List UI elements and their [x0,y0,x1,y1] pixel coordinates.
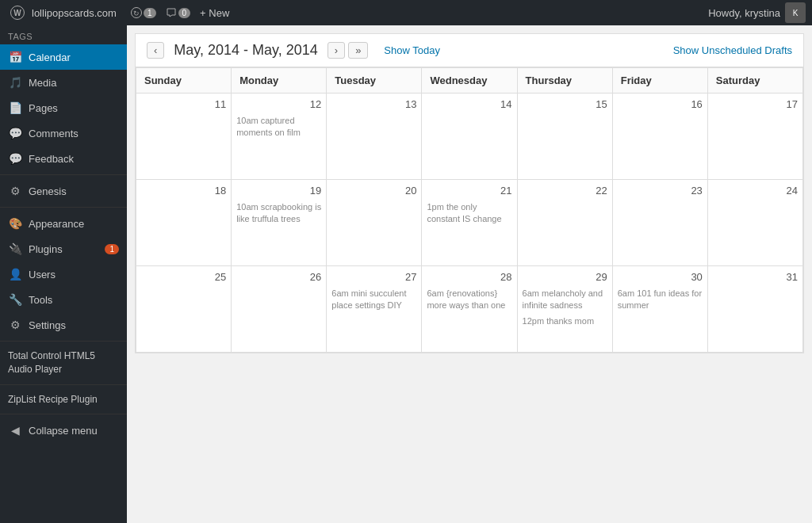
sidebar-comments-label: Comments [29,128,119,139]
calendar-cell[interactable]: 211pm the only constant IS change [422,180,517,266]
tools-icon: 🔧 [8,293,22,306]
site-name[interactable]: lollipopscards.com [32,7,117,19]
show-unscheduled-button[interactable]: Show Unscheduled Drafts [673,44,792,56]
calendar-event[interactable]: 10am captured moments on film [236,115,321,139]
sidebar-item-tools[interactable]: 🔧 Tools [0,287,127,312]
sidebar-item-genesis[interactable]: ⚙ Genesis [0,178,127,204]
sidebar-item-feedback[interactable]: 💬 Feedback [0,146,127,171]
day-header-tuesday: Tuesday [327,68,422,94]
calendar-week-0: 111210am captured moments on film1314151… [136,94,803,180]
calendar-cell[interactable]: 16 [612,94,707,180]
sidebar-item-calendar[interactable]: 📅 Calendar [0,44,127,70]
admin-bar: W lollipopscards.com ↻ 1 0 + New Howdy, … [0,0,812,25]
day-number: 31 [713,269,798,284]
calendar-cell[interactable]: 13 [327,94,422,180]
calendar-nav: ‹ May, 2014 - May, 2014 › » [147,42,368,59]
day-number: 17 [713,97,798,112]
day-number: 20 [331,183,416,198]
day-number: 26 [236,269,321,284]
new-content-item[interactable]: + New [200,7,229,19]
calendar-cell[interactable]: 1210am captured moments on film [232,94,327,180]
day-number: 23 [618,183,703,198]
calendar-cell[interactable]: 306am 101 fun ideas for summer [612,266,707,353]
calendar-title: May, 2014 - May, 2014 [174,42,317,59]
calendar-event[interactable]: 10am scrapbooking is like truffula trees [236,201,321,226]
day-number: 24 [713,183,798,198]
day-header-sunday: Sunday [136,68,232,94]
calendar-cell[interactable]: 1910am scrapbooking is like truffula tre… [232,180,327,266]
day-number: 21 [427,183,511,198]
calendar-week-1: 181910am scrapbooking is like truffula t… [136,180,803,266]
calendar-cell[interactable]: 14 [422,94,517,180]
user-avatar[interactable]: K [785,2,806,23]
day-number: 27 [331,269,416,284]
day-number: 30 [618,269,703,284]
day-number: 11 [141,97,226,112]
svg-text:↻: ↻ [133,10,140,17]
howdy-text: Howdy, krystina [708,7,780,19]
feedback-icon: 💬 [8,152,22,165]
calendar-event[interactable]: 1pm the only constant IS change [427,201,511,226]
updates-item[interactable]: ↻ 1 [131,7,156,18]
sidebar-item-settings[interactable]: ⚙ Settings [0,312,127,338]
sidebar-item-media[interactable]: 🎵 Media [0,70,127,95]
calendar-cell[interactable]: 22 [517,180,612,266]
calendar-cell[interactable]: 26 [232,266,327,353]
sidebar: Tags 📅 Calendar 🎵 Media 📄 Pages 💬 Commen… [0,25,127,523]
comments-icon: 💬 [8,127,22,139]
double-next-button[interactable]: » [348,42,368,59]
appearance-icon: 🎨 [8,217,22,230]
day-header-thursday: Thursday [517,68,612,94]
calendar-event[interactable]: 6am {renovations} more ways than one [427,288,511,312]
sidebar-feedback-label: Feedback [29,153,119,165]
next-button[interactable]: › [327,42,345,59]
calendar-cell[interactable]: 11 [136,94,232,180]
calendar-cell[interactable]: 25 [136,266,232,353]
sidebar-item-plugins[interactable]: 🔌 Plugins 1 [0,236,127,262]
tags-label: Tags [0,25,127,44]
calendar-cell[interactable]: 286am {renovations} more ways than one [422,266,517,353]
sidebar-item-ziplist[interactable]: ZipList Recipe Plugin [0,388,127,411]
sidebar-item-collapse[interactable]: ◀ Collapse menu [0,418,127,443]
day-number: 29 [523,269,607,284]
calendar-cell[interactable]: 15 [517,94,612,180]
sidebar-item-comments[interactable]: 💬 Comments [0,120,127,146]
calendar-event[interactable]: 12pm thanks mom [523,315,607,327]
day-number: 12 [236,97,321,112]
genesis-icon: ⚙ [8,185,22,197]
calendar-cell[interactable]: 24 [707,180,802,266]
calendar-cell[interactable]: 276am mini succulent place settings DIY [327,266,422,353]
sidebar-item-total-control[interactable]: Total Control HTML5 Audio Player [0,345,127,381]
ziplist-label: ZipList Recipe Plugin [8,394,98,405]
show-today-button[interactable]: Show Today [384,44,440,56]
sidebar-item-appearance[interactable]: 🎨 Appearance [0,211,127,236]
calendar-cell[interactable]: 23 [612,180,707,266]
sidebar-genesis-label: Genesis [29,185,119,197]
calendar-cell[interactable]: 17 [707,94,802,180]
comments-item[interactable]: 0 [166,7,191,18]
day-number: 16 [618,97,703,112]
wp-logo-icon[interactable]: W [6,2,29,24]
calendar-cell[interactable]: 31 [707,266,802,353]
sidebar-item-users[interactable]: 👤 Users [0,262,127,287]
calendar-event[interactable]: 6am melancholy and infinite sadness [523,288,607,312]
sidebar-plugins-label: Plugins [29,243,102,255]
calendar-cell[interactable]: 18 [136,180,232,266]
day-number: 13 [331,97,416,112]
calendar-week-2: 2526276am mini succulent place settings … [136,266,803,353]
day-header-saturday: Saturday [707,68,802,94]
calendar-event[interactable]: 6am 101 fun ideas for summer [618,288,703,312]
calendar-event[interactable]: 6am mini succulent place settings DIY [331,288,416,312]
main-content: ‹ May, 2014 - May, 2014 › » Show Today S… [127,25,812,523]
updates-count: 1 [144,8,156,18]
sidebar-item-pages[interactable]: 📄 Pages [0,95,127,120]
settings-icon: ⚙ [8,319,22,331]
day-number: 15 [523,97,607,112]
sidebar-calendar-label: Calendar [29,52,119,63]
calendar-cell[interactable]: 20 [327,180,422,266]
new-label: + New [200,7,229,19]
prev-button[interactable]: ‹ [147,42,164,59]
sidebar-tools-label: Tools [29,294,119,306]
calendar-cell[interactable]: 296am melancholy and infinite sadness12p… [517,266,612,353]
collapse-icon: ◀ [8,424,22,437]
